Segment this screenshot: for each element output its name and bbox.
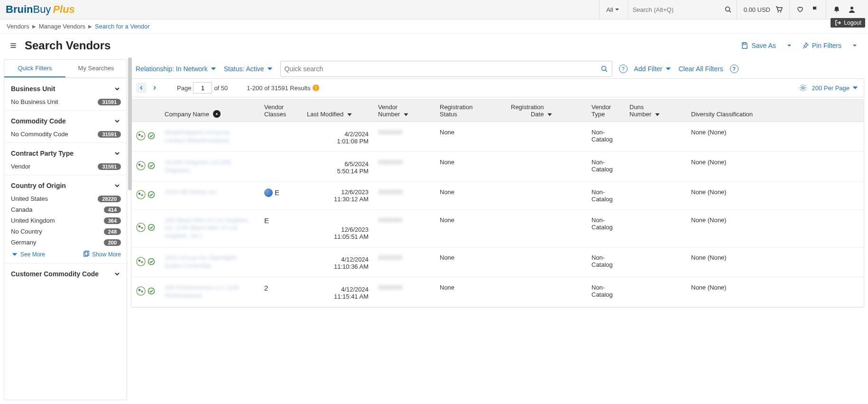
crumb-search-vendor[interactable]: Search for a Vendor bbox=[95, 23, 150, 30]
cell-reg-status: None bbox=[435, 122, 506, 151]
filter-contract-party-type[interactable]: Contract Party Type bbox=[11, 148, 121, 161]
col-diversity[interactable]: Diversity Classification bbox=[686, 100, 864, 122]
show-more-link[interactable]: Show More bbox=[83, 251, 121, 258]
help-icon[interactable]: ? bbox=[619, 65, 628, 73]
count-badge: 200 bbox=[104, 239, 121, 246]
count-badge: 31591 bbox=[98, 163, 121, 170]
svg-point-24 bbox=[139, 225, 141, 228]
table-row[interactable]: 1001 Group Inc (SpringhillSuites Cortevi… bbox=[131, 247, 864, 277]
user-icon[interactable] bbox=[847, 0, 862, 19]
save-icon bbox=[741, 42, 748, 49]
logout-button[interactable]: Logout bbox=[831, 18, 865, 28]
page-input[interactable] bbox=[193, 82, 212, 94]
col-registration-status[interactable]: RegistrationStatus bbox=[435, 100, 506, 122]
flag-icon[interactable] bbox=[811, 0, 826, 19]
notifications-icon[interactable] bbox=[826, 0, 847, 19]
table-row[interactable]: 1010 NETWork IncE12/6/202311:30:12 AMXXX… bbox=[131, 182, 864, 210]
filter-coo-de[interactable]: Germany200 bbox=[11, 237, 121, 248]
cart-button[interactable]: 0.00 USD bbox=[737, 0, 789, 19]
chevron-down-icon bbox=[113, 85, 121, 93]
logo[interactable]: BruinBuyPlus bbox=[6, 3, 75, 16]
filter-business-unit[interactable]: Business Unit bbox=[11, 83, 121, 96]
pin-icon bbox=[802, 42, 809, 49]
check-icon bbox=[148, 287, 155, 296]
prev-page-button[interactable] bbox=[136, 83, 147, 93]
filter-relationship[interactable]: Relationship: In Network bbox=[136, 65, 217, 73]
filter-commodity-code[interactable]: Commodity Code bbox=[11, 115, 121, 129]
cell-reg-date bbox=[506, 210, 587, 247]
col-duns-number[interactable]: DunsNumber bbox=[625, 100, 686, 122]
col-last-modified[interactable]: Last Modified bbox=[302, 100, 373, 122]
filter-customer-commodity-code[interactable]: Customer Commodity Code bbox=[11, 268, 121, 282]
cell-reg-status: None bbox=[435, 152, 506, 181]
table-row[interactable]: 10,000 Degrees (10,000Degrees)6/5/20245:… bbox=[131, 152, 864, 182]
tab-my-searches[interactable]: My Searches bbox=[65, 60, 127, 77]
filter-coo-ca[interactable]: Canada414 bbox=[11, 204, 121, 215]
menu-icon[interactable] bbox=[9, 42, 17, 49]
quick-search-input[interactable]: Quick search bbox=[280, 61, 612, 77]
cell-last-modified: 12/6/202311:05:51 AM bbox=[302, 210, 373, 247]
page-title: Search Vendors bbox=[25, 39, 111, 52]
save-as-button[interactable]: Save As bbox=[741, 42, 793, 49]
vendor-name-link[interactable]: 1001 Group Inc (Springhill bbox=[165, 254, 236, 261]
cell-vendor-type: Non-Catalog bbox=[587, 182, 625, 209]
filter-status[interactable]: Status: Active bbox=[224, 65, 274, 73]
filter-coo-none[interactable]: No Country248 bbox=[11, 226, 121, 237]
see-more-link[interactable]: See More bbox=[11, 251, 45, 258]
cell-diversity: None (None) bbox=[686, 182, 864, 209]
filter-coo-uk[interactable]: United Kingdom364 bbox=[11, 215, 121, 226]
col-vendor-number[interactable]: VendorNumber bbox=[373, 100, 435, 122]
filter-cpt-vendor[interactable]: Vendor 31591 bbox=[11, 161, 121, 172]
table-row[interactable]: 100 Performance LLC (100Performance)24/1… bbox=[131, 277, 864, 307]
svg-point-28 bbox=[139, 259, 141, 262]
svg-point-19 bbox=[137, 190, 145, 199]
cell-vendor-class: E bbox=[259, 210, 302, 247]
filter-sidebar: Quick Filters My Searches Business Unit … bbox=[4, 59, 127, 400]
next-page-button[interactable] bbox=[149, 83, 160, 93]
col-vendor-classes[interactable]: VendorClasses bbox=[259, 100, 302, 122]
count-badge: 31591 bbox=[98, 99, 121, 105]
col-vendor-type[interactable]: VendorType bbox=[587, 100, 625, 122]
vendor-name-link[interactable]: 10,000 Degrees (10,000 bbox=[165, 159, 231, 166]
crumb-manage[interactable]: Manage Vendors bbox=[39, 23, 85, 30]
scrollbar[interactable] bbox=[128, 57, 132, 190]
filter-coo-us[interactable]: United States28220 bbox=[11, 193, 121, 204]
global-search[interactable]: Search (Alt+Q) bbox=[628, 0, 737, 19]
filter-bu-none[interactable]: No Business Unit 31591 bbox=[11, 96, 121, 107]
crumb-vendors[interactable]: Vendors bbox=[7, 23, 29, 30]
caret-down-icon bbox=[210, 65, 217, 73]
filter-cc-none[interactable]: No Commodity Code 31591 bbox=[11, 129, 121, 140]
per-page-selector[interactable]: 200 Per Page bbox=[812, 84, 859, 92]
cell-reg-status: None bbox=[435, 210, 506, 247]
cell-vendor-number: XXXXXX bbox=[373, 210, 435, 247]
cell-last-modified: 4/2/20241:01:08 PM bbox=[302, 122, 373, 151]
vendor-name-link[interactable]: 100 Black Men of Los Angeles, bbox=[165, 216, 249, 224]
search-icon[interactable] bbox=[600, 65, 608, 73]
vendor-name-link[interactable]: 1010 NETWork Inc bbox=[165, 188, 217, 196]
scope-selector[interactable]: All bbox=[599, 0, 627, 19]
cell-duns bbox=[625, 277, 686, 307]
table-row[interactable]: 100 Black Men of Los Angeles,Inc. (100 B… bbox=[131, 210, 864, 248]
vendor-name-link[interactable]: Maadimaaana Gonyuny bbox=[165, 129, 230, 136]
svg-point-27 bbox=[137, 257, 145, 266]
clear-all-filters-button[interactable]: Clear All Filters bbox=[679, 65, 723, 73]
col-registration-date[interactable]: RegistrationDate bbox=[506, 100, 587, 122]
gear-icon[interactable] bbox=[799, 84, 807, 92]
help-icon-2[interactable]: ? bbox=[730, 65, 739, 73]
chevron-right-icon: ▶ bbox=[32, 24, 36, 29]
favorites-icon[interactable] bbox=[789, 0, 811, 19]
add-filter-button[interactable]: Add Filter bbox=[634, 65, 672, 73]
table-row[interactable]: Maadimaaana GonyunyLimited (Maadimaaana)… bbox=[131, 122, 864, 152]
count-badge: 248 bbox=[104, 228, 121, 235]
warning-icon[interactable]: ! bbox=[313, 85, 319, 91]
filter-bar: Relationship: In Network Status: Active … bbox=[131, 59, 864, 78]
caret-down-icon bbox=[785, 42, 793, 49]
col-company-name[interactable]: Company Name bbox=[160, 100, 259, 122]
pin-filters-button[interactable]: Pin Filters bbox=[802, 42, 859, 49]
tab-quick-filters[interactable]: Quick Filters bbox=[4, 60, 65, 77]
copy-icon bbox=[83, 251, 90, 258]
filter-country-origin[interactable]: Country of Origin bbox=[11, 180, 121, 193]
vendor-name-link[interactable]: 100 Performance LLC (100 bbox=[165, 284, 239, 291]
page-header: Search Vendors Save As Pin Filters bbox=[0, 34, 868, 57]
network-icon bbox=[136, 257, 146, 268]
